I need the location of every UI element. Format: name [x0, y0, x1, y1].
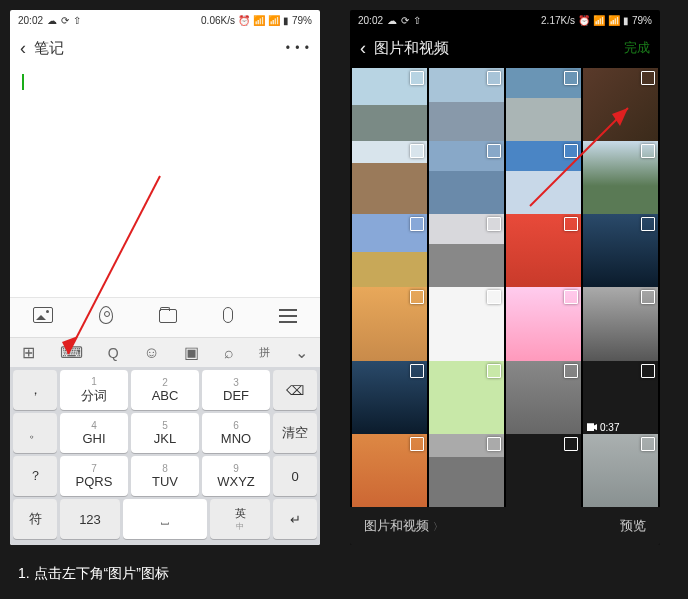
photo-thumb[interactable] [506, 361, 581, 436]
key-period[interactable]: 。 [13, 413, 57, 453]
select-checkbox[interactable] [564, 437, 578, 451]
photo-thumb[interactable] [583, 68, 658, 143]
list-icon[interactable] [279, 307, 297, 328]
key-4[interactable]: 4GHI [60, 413, 128, 453]
kb-voice-icon[interactable]: ⌕ [224, 344, 234, 362]
photo-thumb[interactable] [583, 214, 658, 289]
photo-thumb[interactable] [352, 361, 427, 436]
select-checkbox[interactable] [641, 437, 655, 451]
photo-thumb[interactable] [352, 214, 427, 289]
key-1[interactable]: 1分词 [60, 370, 128, 410]
back-icon[interactable]: ‹ [360, 38, 366, 59]
key-comma[interactable]: ， [13, 370, 57, 410]
key-enter[interactable]: ↵ [273, 499, 317, 539]
select-checkbox[interactable] [410, 437, 424, 451]
cloud-icon: ☁ [47, 15, 57, 26]
photo-thumb[interactable] [583, 141, 658, 216]
select-checkbox[interactable] [641, 364, 655, 378]
net-speed: 2.17K/s [541, 15, 575, 26]
key-0[interactable]: 0 [273, 456, 317, 496]
select-checkbox[interactable] [564, 364, 578, 378]
select-checkbox[interactable] [564, 290, 578, 304]
photo-thumb[interactable] [352, 68, 427, 143]
keyboard-suggestion-bar: ⊞ ⌨ Q ☺ ▣ ⌕ 拼 ⌄ [10, 337, 320, 367]
photo-thumb[interactable] [506, 68, 581, 143]
photo-thumb[interactable] [506, 287, 581, 362]
select-checkbox[interactable] [410, 364, 424, 378]
photo-thumb[interactable] [429, 214, 504, 289]
gallery-bottom-bar: 图片和视频〉 预览 [350, 507, 660, 545]
kb-lang-icon[interactable]: 拼 [259, 345, 270, 360]
select-checkbox[interactable] [410, 290, 424, 304]
folder-icon[interactable] [159, 307, 177, 328]
album-selector[interactable]: 图片和视频〉 [364, 517, 443, 535]
select-checkbox[interactable] [641, 71, 655, 85]
select-checkbox[interactable] [487, 364, 501, 378]
photo-thumb[interactable] [429, 141, 504, 216]
key-5[interactable]: 5JKL [131, 413, 199, 453]
select-checkbox[interactable] [641, 290, 655, 304]
select-checkbox[interactable] [410, 217, 424, 231]
key-clear[interactable]: 清空 [273, 413, 317, 453]
select-checkbox[interactable] [487, 71, 501, 85]
key-2[interactable]: 2ABC [131, 370, 199, 410]
kb-grid-icon[interactable]: ⊞ [22, 343, 35, 362]
photo-thumb[interactable] [352, 287, 427, 362]
key-9[interactable]: 9WXYZ [202, 456, 270, 496]
text-cursor [22, 74, 24, 90]
select-checkbox[interactable] [410, 71, 424, 85]
select-checkbox[interactable] [487, 437, 501, 451]
signal-icon: 📶 [593, 15, 605, 26]
photo-thumb[interactable] [429, 434, 504, 507]
select-checkbox[interactable] [487, 217, 501, 231]
screenshots-pair: 20:02 ☁ ⟳ ⇧ 0.06K/s ⏰ 📶 📶 ▮ 79% ‹ 笔记 • •… [0, 0, 688, 555]
photo-thumb[interactable] [506, 214, 581, 289]
key-lang[interactable]: 英中 [210, 499, 270, 539]
battery-pct: 79% [632, 15, 652, 26]
kb-keyboard-icon[interactable]: ⌨ [60, 343, 83, 362]
select-checkbox[interactable] [641, 217, 655, 231]
key-6[interactable]: 6MNO [202, 413, 270, 453]
kb-clip-icon[interactable]: ▣ [184, 343, 199, 362]
more-icon[interactable]: • • • [286, 41, 310, 55]
select-checkbox[interactable] [487, 144, 501, 158]
photo-thumb[interactable] [352, 141, 427, 216]
select-checkbox[interactable] [487, 290, 501, 304]
key-backspace[interactable]: ⌫ [273, 370, 317, 410]
photo-thumb[interactable] [506, 434, 581, 507]
sync-icon: ⟳ [61, 15, 69, 26]
photo-thumb[interactable] [429, 361, 504, 436]
microphone-icon[interactable] [223, 307, 233, 328]
back-icon[interactable]: ‹ [20, 38, 26, 59]
preview-button[interactable]: 预览 [620, 517, 646, 535]
battery-pct: 79% [292, 15, 312, 26]
note-editor[interactable] [10, 66, 320, 297]
key-123[interactable]: 123 [60, 499, 120, 539]
select-checkbox[interactable] [564, 144, 578, 158]
location-icon[interactable] [99, 306, 113, 329]
photo-thumb[interactable] [352, 434, 427, 507]
done-button[interactable]: 完成 [624, 39, 650, 57]
select-checkbox[interactable] [410, 144, 424, 158]
select-checkbox[interactable] [641, 144, 655, 158]
select-checkbox[interactable] [564, 217, 578, 231]
key-symbol[interactable]: 符 [13, 499, 57, 539]
photo-thumb[interactable] [583, 287, 658, 362]
photo-thumb[interactable] [583, 434, 658, 507]
key-space[interactable]: ⎵ [123, 499, 207, 539]
image-icon[interactable] [33, 307, 53, 328]
select-checkbox[interactable] [564, 71, 578, 85]
kb-search-icon[interactable]: Q [108, 345, 119, 361]
key-8[interactable]: 8TUV [131, 456, 199, 496]
video-thumb[interactable]: 0:37 [583, 361, 658, 436]
key-3[interactable]: 3DEF [202, 370, 270, 410]
photo-thumb[interactable] [429, 287, 504, 362]
wifi-icon: 📶 [608, 15, 620, 26]
photo-thumb[interactable] [429, 68, 504, 143]
key-7[interactable]: 7PQRS [60, 456, 128, 496]
key-question[interactable]: ？ [13, 456, 57, 496]
kb-collapse-icon[interactable]: ⌄ [295, 343, 308, 362]
kb-emoji-icon[interactable]: ☺ [143, 344, 159, 362]
wifi-icon: 📶 [268, 15, 280, 26]
photo-thumb[interactable] [506, 141, 581, 216]
